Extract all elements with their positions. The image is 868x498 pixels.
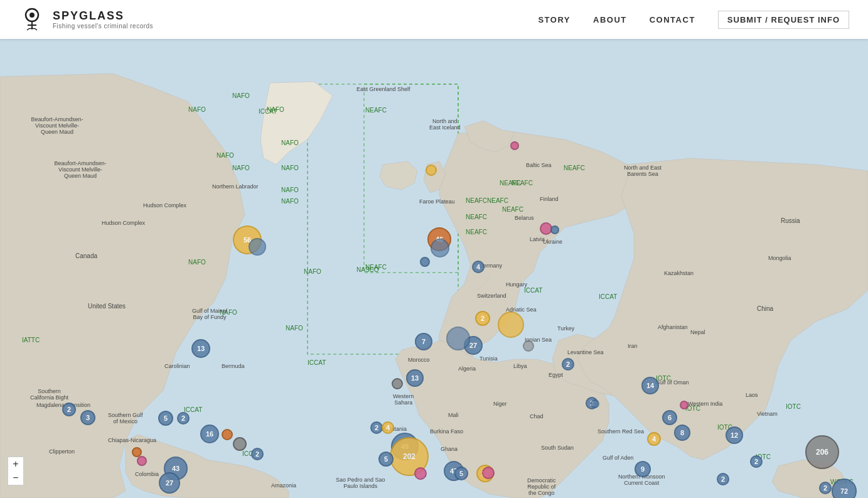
- cluster-2-f[interactable]: 2: [562, 358, 574, 371]
- logo-text: SPYGLASS Fishing vessel's criminal recor…: [53, 9, 153, 30]
- cluster-gray-c23[interactable]: [392, 378, 403, 389]
- cluster-8-blue[interactable]: 8: [674, 425, 690, 441]
- nav-story[interactable]: STORY: [538, 15, 571, 24]
- cluster-yellow-c37[interactable]: [498, 311, 524, 338]
- cluster-6-a[interactable]: 6: [662, 410, 677, 425]
- cluster-pink-c50[interactable]: [510, 141, 519, 150]
- cluster-2-d[interactable]: 2: [370, 421, 383, 434]
- cluster-pink-c58[interactable]: [680, 401, 689, 409]
- cluster-3-a[interactable]: 3: [80, 410, 95, 425]
- cluster-blue-c40[interactable]: [550, 225, 559, 234]
- cluster-206[interactable]: 206: [805, 435, 839, 469]
- logo-area[interactable]: SPYGLASS Fishing vessel's criminal recor…: [19, 6, 153, 33]
- cluster-2-b[interactable]: 2: [177, 412, 190, 425]
- cluster-blue-c31[interactable]: [446, 327, 470, 350]
- cluster-13-a[interactable]: 13: [191, 339, 210, 358]
- cluster-2-e[interactable]: 2: [475, 311, 490, 326]
- cluster-2-i[interactable]: 2: [819, 482, 832, 494]
- nav-contact[interactable]: CONTACT: [650, 15, 695, 24]
- cluster-pink-c25[interactable]: [414, 467, 427, 480]
- cluster-blue-c28[interactable]: [420, 257, 430, 267]
- cluster-blue-c48[interactable]: [591, 399, 599, 408]
- zoom-controls: + −: [8, 457, 24, 485]
- zoom-in-button[interactable]: +: [8, 457, 23, 471]
- cluster-2-j[interactable]: 2: [717, 473, 729, 485]
- cluster-2-a[interactable]: 2: [62, 403, 76, 416]
- cluster-blue-c27[interactable]: [431, 239, 449, 257]
- logo-title: SPYGLASS: [53, 9, 153, 23]
- cluster-4-b[interactable]: 4: [472, 261, 485, 273]
- cluster-9[interactable]: 9: [635, 461, 651, 477]
- cluster-blue-c2[interactable]: [249, 238, 266, 256]
- logo-icon: [19, 6, 45, 33]
- header: SPYGLASS Fishing vessel's criminal recor…: [0, 0, 868, 39]
- cluster-gray-c38[interactable]: [523, 340, 534, 352]
- logo-subtitle: Fishing vessel's criminal records: [53, 23, 153, 30]
- cluster-27-a[interactable]: 27: [159, 472, 180, 494]
- map-container[interactable]: NAFO NAFO NAFO NAFO NAFO NAFO NAFO NAFO …: [0, 39, 868, 498]
- cluster-2-h[interactable]: 2: [750, 455, 763, 468]
- cluster-gray-c10[interactable]: [233, 437, 247, 451]
- zoom-out-button[interactable]: −: [8, 471, 23, 485]
- cluster-2-c[interactable]: 2: [251, 448, 264, 460]
- cluster-yellow-c49[interactable]: [426, 165, 437, 176]
- cluster-14[interactable]: 14: [641, 377, 659, 394]
- cluster-5-b[interactable]: 5: [378, 452, 394, 467]
- cluster-pink-c15[interactable]: [137, 456, 147, 466]
- submit-request-btn[interactable]: SUBMIT / REQUEST INFO: [718, 11, 849, 29]
- cluster-pink-c35[interactable]: [482, 467, 495, 479]
- cluster-5-c[interactable]: 5: [454, 467, 468, 480]
- nav: STORY ABOUT CONTACT SUBMIT / REQUEST INF…: [538, 11, 849, 29]
- nav-about[interactable]: ABOUT: [593, 15, 627, 24]
- cluster-7-a[interactable]: 7: [415, 333, 432, 350]
- cluster-4-a[interactable]: 4: [382, 421, 394, 434]
- cluster-13-b[interactable]: 13: [406, 369, 424, 387]
- svg-point-1: [29, 13, 35, 18]
- cluster-12[interactable]: 12: [726, 426, 743, 444]
- cluster-16[interactable]: 16: [200, 425, 219, 443]
- cluster-4-c[interactable]: 4: [647, 432, 661, 446]
- cluster-orange-c9[interactable]: [222, 429, 233, 440]
- cluster-5-a[interactable]: 5: [158, 411, 173, 426]
